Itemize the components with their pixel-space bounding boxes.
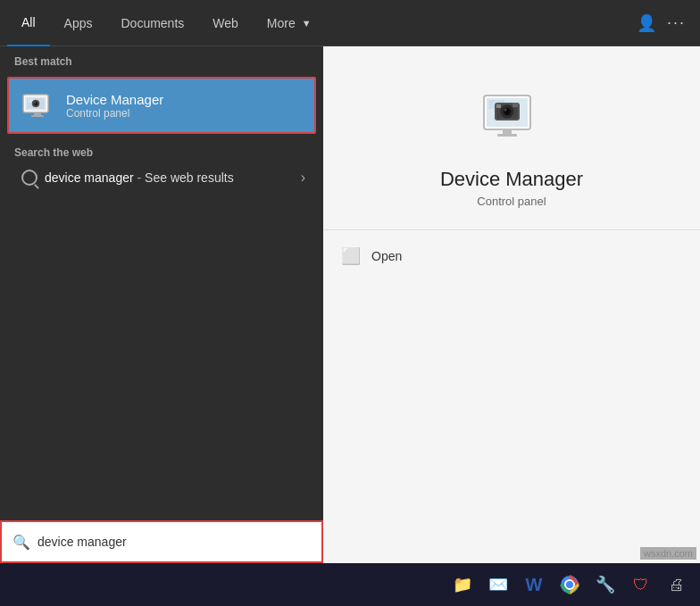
best-match-text: Device Manager Control panel — [66, 92, 163, 120]
more-options-icon[interactable]: ··· — [667, 13, 686, 32]
taskbar-printer-icon[interactable]: 🖨 — [661, 569, 693, 601]
divider — [323, 229, 700, 230]
taskbar-mail-icon[interactable]: ✉️ — [482, 569, 514, 601]
tab-more[interactable]: More ▼ — [253, 0, 326, 46]
tab-web-label: Web — [212, 16, 238, 30]
taskbar: 📁 ✉️ W 🔧 🛡 🖨 — [0, 563, 700, 606]
svg-rect-19 — [496, 104, 501, 108]
main-content: Best match — [0, 46, 700, 563]
search-box-icon: 🔍 — [12, 534, 30, 551]
best-match-label: Best match — [0, 46, 323, 73]
svg-rect-20 — [503, 129, 512, 134]
taskbar-wrench-icon[interactable]: 🔧 — [589, 569, 621, 601]
taskbar-shield-icon[interactable]: 🛡 — [625, 569, 657, 601]
app-detail-title: Device Manager — [440, 168, 583, 191]
search-web-item[interactable]: device manager - See web results › — [14, 162, 309, 193]
tab-apps-label: Apps — [64, 16, 93, 30]
app-detail-subtitle: Control panel — [477, 195, 546, 208]
svg-point-24 — [566, 581, 573, 588]
best-match-subtitle: Control panel — [66, 107, 163, 120]
tab-all[interactable]: All — [7, 0, 50, 46]
tab-apps[interactable]: Apps — [50, 0, 107, 46]
taskbar-chrome-icon[interactable] — [554, 569, 586, 601]
tab-bar-icons: 👤 ··· — [637, 13, 693, 33]
taskbar-word-icon[interactable]: W — [518, 569, 550, 601]
search-query: device manager — [45, 170, 134, 185]
svg-point-17 — [504, 109, 507, 112]
right-panel: Device Manager Control panel ⬜ Open — [323, 46, 700, 563]
open-icon: ⬜ — [341, 246, 361, 266]
best-match-title: Device Manager — [66, 92, 163, 107]
svg-point-5 — [34, 102, 38, 106]
tab-more-label: More — [267, 16, 296, 30]
taskbar-folder-icon[interactable]: 📁 — [446, 569, 479, 601]
search-box-bar: 🔍 device manager — [0, 520, 323, 563]
svg-rect-8 — [31, 115, 44, 117]
search-icon — [21, 170, 38, 186]
left-panel: Best match — [0, 46, 323, 563]
device-manager-icon — [20, 87, 55, 123]
tab-documents-label: Documents — [121, 16, 184, 30]
search-box-input[interactable]: device manager — [38, 535, 127, 549]
open-label: Open — [371, 249, 402, 263]
start-menu: All Apps Documents Web More ▼ 👤 ··· Best… — [0, 0, 700, 563]
svg-rect-7 — [34, 112, 41, 115]
arrow-right-icon: › — [301, 170, 305, 186]
search-web-text: device manager - See web results — [45, 170, 294, 185]
svg-rect-18 — [512, 103, 518, 107]
see-web-results: See web results — [145, 170, 234, 185]
tab-web[interactable]: Web — [198, 0, 253, 46]
svg-rect-21 — [497, 134, 517, 137]
watermark: wsxdn.com — [640, 547, 696, 560]
svg-point-6 — [34, 102, 36, 104]
person-icon[interactable]: 👤 — [637, 13, 656, 33]
best-match-item[interactable]: Device Manager Control panel — [7, 77, 316, 134]
tab-documents[interactable]: Documents — [106, 0, 198, 46]
search-web-label: Search the web — [14, 146, 309, 159]
tab-all-label: All — [21, 15, 36, 29]
search-web-section: Search the web device manager - See web … — [0, 137, 323, 198]
open-action[interactable]: ⬜ Open — [323, 237, 700, 275]
app-detail-icon — [476, 82, 547, 154]
tab-bar: All Apps Documents Web More ▼ 👤 ··· — [0, 0, 700, 46]
chevron-down-icon: ▼ — [302, 18, 312, 29]
